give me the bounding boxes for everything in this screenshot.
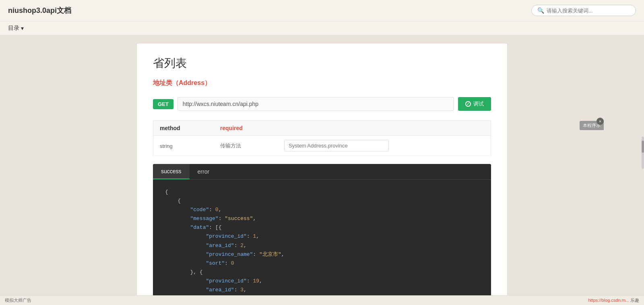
bottom-bar: 模拟大师广告 https://blog.csdn.m... 乐趣 bbox=[0, 295, 644, 305]
param-type: string bbox=[160, 143, 173, 149]
params-table: method required string 传输方法 bbox=[153, 120, 491, 156]
tab-error[interactable]: error bbox=[190, 164, 218, 179]
category-label: 地址类（Address） bbox=[153, 79, 491, 87]
method-badge: GET bbox=[153, 99, 173, 109]
search-input[interactable] bbox=[547, 8, 630, 14]
col-header-name: method bbox=[153, 121, 214, 136]
response-section: success error { { "code": 0, "message": … bbox=[153, 164, 491, 305]
param-desc: 传输方法 bbox=[220, 143, 241, 149]
col-header-required: required bbox=[214, 121, 278, 136]
menu-button[interactable]: 目录 ▾ bbox=[8, 25, 24, 32]
bottom-suffix: 乐趣 bbox=[630, 298, 639, 303]
search-icon: 🔍 bbox=[537, 7, 544, 14]
api-row: GET http://wxcs.niuteam.cn/api.php ✓ 调试 bbox=[153, 97, 491, 111]
content-card: 省列表 地址类（Address） GET http://wxcs.niuteam… bbox=[137, 44, 507, 305]
scroll-bar bbox=[642, 141, 644, 153]
response-body: { { "code": 0, "message": "success", "da… bbox=[153, 180, 491, 305]
main-content: 省列表 地址类（Address） GET http://wxcs.niuteam… bbox=[129, 35, 515, 305]
scroll-indicator[interactable] bbox=[642, 137, 644, 169]
bottom-url: https://blog.csdn.m... 乐趣 bbox=[588, 297, 639, 303]
api-url: http://wxcs.niuteam.cn/api.php bbox=[178, 97, 454, 111]
bottom-link[interactable]: https://blog.csdn.m... bbox=[588, 298, 629, 303]
bottom-ad-text: 模拟大师广告 bbox=[5, 297, 31, 303]
menu-arrow: ▾ bbox=[21, 25, 24, 31]
promo-panel: × 本程序示 bbox=[580, 121, 644, 130]
param-input[interactable] bbox=[284, 140, 389, 151]
search-bar[interactable]: 🔍 bbox=[531, 5, 636, 16]
debug-button[interactable]: ✓ 调试 bbox=[458, 97, 491, 111]
page-title: 省列表 bbox=[153, 56, 491, 71]
tab-success[interactable]: success bbox=[153, 164, 190, 179]
nav-bar: 目录 ▾ bbox=[0, 21, 644, 35]
promo-close-button[interactable]: × bbox=[597, 118, 604, 125]
top-header: niushop3.0api文档 🔍 bbox=[0, 0, 644, 21]
check-circle-icon: ✓ bbox=[465, 101, 471, 107]
param-row: string 传输方法 bbox=[153, 136, 491, 156]
col-header-placeholder bbox=[278, 121, 491, 136]
debug-label: 调试 bbox=[473, 100, 484, 108]
response-tabs: success error bbox=[153, 164, 491, 180]
menu-label: 目录 bbox=[8, 25, 19, 32]
site-title: niushop3.0api文档 bbox=[8, 6, 71, 15]
